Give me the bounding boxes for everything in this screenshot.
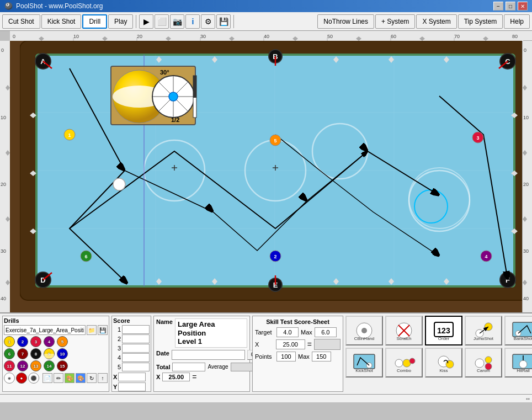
ball-4[interactable]: 4 <box>44 336 55 347</box>
stop-icon-button[interactable]: ⬜ <box>155 14 169 29</box>
play-icon-button[interactable]: ▶ <box>139 14 153 29</box>
bottom-x-label: X <box>156 374 160 380</box>
x-system-button[interactable]: X System <box>416 14 456 29</box>
ball-15[interactable]: 15 <box>57 360 68 371</box>
camera-icon-button[interactable]: 📷 <box>170 14 184 29</box>
ball-2[interactable]: 2 <box>17 336 28 347</box>
ball-3[interactable]: 3 <box>30 336 41 347</box>
skill-points-label: Points <box>255 353 274 360</box>
ball-5[interactable]: 5 <box>57 336 68 347</box>
svg-text:80: 80 <box>512 34 518 39</box>
drills-rotate-button[interactable]: ↻ <box>87 373 97 383</box>
close-button[interactable]: ✕ <box>518 2 528 10</box>
scratch-button[interactable]: Scratch <box>385 316 423 345</box>
ball-13[interactable]: 13 <box>30 360 41 371</box>
ball-9[interactable]: 9 <box>44 348 55 359</box>
date-input[interactable] <box>172 350 245 360</box>
score-y-label: Y <box>113 384 117 390</box>
shot-icons-row-1: CBinHand Scratch 123 Order <box>345 316 532 345</box>
no-throw-lines-button[interactable]: NoThrow Lines <box>317 14 374 29</box>
ball-7[interactable]: 7 <box>17 348 28 359</box>
score-input-1[interactable] <box>122 325 150 334</box>
drills-color2-button[interactable]: 🎨 <box>76 373 86 383</box>
score-num-5: 5 <box>113 364 121 370</box>
save-icon-button[interactable]: 💾 <box>216 14 231 29</box>
skill-eq-sign: = <box>307 340 312 349</box>
ball-11[interactable]: 11 <box>4 360 15 371</box>
settings-icon-button[interactable]: ⚙ <box>201 14 215 29</box>
jump-shot-button[interactable]: JumpShot <box>465 316 502 345</box>
drills-name-row: 📁 💾 <box>4 325 108 335</box>
bank-shot-button[interactable]: BankShot <box>504 316 532 345</box>
svg-text:40: 40 <box>264 34 269 39</box>
drills-save-button[interactable]: 💾 <box>98 325 108 335</box>
ruler-vertical: 0 10 20 30 40 <box>0 41 10 312</box>
info-icon-button[interactable]: i <box>185 14 200 29</box>
shot-icons-section: CBinHand Scratch 123 Order <box>345 316 532 392</box>
svg-point-161 <box>446 360 454 368</box>
cue-ball[interactable]: ● <box>4 373 15 384</box>
help-button[interactable]: Help <box>504 14 530 29</box>
minimize-button[interactable]: − <box>493 2 503 10</box>
maximize-button[interactable]: □ <box>506 2 515 10</box>
ball-1[interactable]: 1 <box>4 336 15 347</box>
total-input[interactable] <box>172 363 205 371</box>
score-input-5[interactable] <box>122 363 150 371</box>
svg-text:0: 0 <box>13 34 15 39</box>
score-input-2[interactable] <box>122 334 150 343</box>
kick-shot-icon-button[interactable]: KickShot <box>345 348 383 378</box>
svg-text:60: 60 <box>391 34 396 39</box>
hit-rail-button[interactable]: HitRail <box>504 348 532 378</box>
bottom-xy-row: X 25.00 = <box>156 373 247 381</box>
svg-rect-25 <box>0 41 10 312</box>
score-x-input[interactable] <box>118 373 146 381</box>
ball-10[interactable]: 10 <box>57 348 68 359</box>
drills-open-button[interactable]: 📁 <box>87 325 97 335</box>
order-button[interactable]: 123 Order <box>425 316 462 345</box>
drills-name-input[interactable] <box>4 325 86 335</box>
pool-table-frame[interactable]: A B C D E F <box>10 41 532 312</box>
kick-shot-button[interactable]: Kick Shot <box>41 14 82 29</box>
score-num-1: 1 <box>113 326 121 333</box>
drills-color-button[interactable]: 🎨 <box>65 373 75 383</box>
skill-test-title: Skill Test Score-Sheet <box>255 318 341 325</box>
svg-text:70: 70 <box>454 34 460 39</box>
drill-button[interactable]: Drill <box>82 14 107 29</box>
score-input-3[interactable] <box>122 344 150 353</box>
pool-table-svg: A B C D E F <box>20 41 532 301</box>
toolbar-sep-1 <box>136 15 136 28</box>
tip-system-button[interactable]: Tip System <box>458 14 503 29</box>
svg-text:40: 40 <box>523 296 529 301</box>
ball-6[interactable]: 6 <box>4 348 15 359</box>
ball-14[interactable]: 14 <box>44 360 55 371</box>
shot-icons-row-2: KickShot Combo Kiss <box>345 348 532 378</box>
score-input-4[interactable] <box>122 353 150 362</box>
play-button[interactable]: Play <box>108 14 133 29</box>
date-label: Date <box>156 350 169 357</box>
plus-system-button[interactable]: + System <box>375 14 415 29</box>
svg-text:CBinHand: CBinHand <box>354 336 374 340</box>
red-ball[interactable]: ● <box>16 373 27 384</box>
svg-text:4: 4 <box>485 254 487 259</box>
drills-up-button[interactable]: ↑ <box>98 373 108 383</box>
carom-button[interactable]: Carom <box>465 348 502 378</box>
kiss-button[interactable]: Kiss <box>425 348 462 378</box>
cut-shot-button[interactable]: Cut Shot <box>2 14 40 29</box>
status-text: ▪▪ <box>526 396 530 402</box>
drills-edit-button[interactable]: ✏ <box>54 373 63 383</box>
black-dot-ball[interactable]: ⚫ <box>28 373 39 384</box>
ball-8[interactable]: 8 <box>30 348 41 359</box>
score-y-input[interactable] <box>118 382 146 391</box>
window-title: PoolShot - www.PoolShot.org <box>16 2 493 10</box>
svg-text:HitRail: HitRail <box>517 368 530 372</box>
skill-points-row: Points 100 Max 150 <box>255 352 341 361</box>
svg-point-168 <box>519 360 527 368</box>
score-title: Score <box>113 317 150 324</box>
svg-text:40: 40 <box>1 296 6 301</box>
spin-dial-container[interactable]: 30° 1/2 <box>110 66 196 125</box>
ball-12[interactable]: 12 <box>17 360 28 371</box>
cb-in-hand-button[interactable]: CBinHand <box>345 316 383 345</box>
drills-copy-button[interactable]: 📄 <box>42 373 52 383</box>
svg-point-156 <box>395 359 403 367</box>
combo-button[interactable]: Combo <box>385 348 423 378</box>
